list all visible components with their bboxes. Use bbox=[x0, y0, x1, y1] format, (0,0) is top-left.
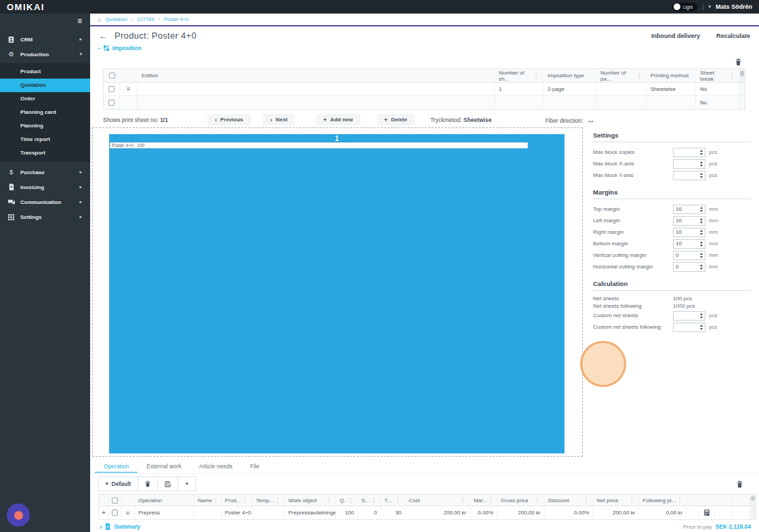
column-menu-icon[interactable]: ⋮ bbox=[212, 497, 219, 504]
step-up-icon[interactable] bbox=[700, 207, 703, 209]
column-menu-icon[interactable]: ⋮ bbox=[582, 497, 589, 504]
horizontal-cutting-input[interactable] bbox=[674, 263, 698, 271]
delete-sheet-button[interactable]: + Delete bbox=[377, 114, 415, 125]
custom-net-sheets-input[interactable] bbox=[674, 312, 698, 320]
column-header-name[interactable]: Name⋮ bbox=[194, 495, 222, 506]
max-block-copies-input[interactable] bbox=[674, 148, 698, 157]
column-header-template[interactable]: Temp...⋮ bbox=[253, 495, 285, 506]
cell-template[interactable] bbox=[253, 506, 285, 519]
scrollbar-thumb[interactable] bbox=[751, 496, 755, 501]
cell-number-of-sheets[interactable]: 1 bbox=[495, 83, 543, 95]
delete-preset-button[interactable] bbox=[138, 477, 158, 491]
step-up-icon[interactable] bbox=[700, 218, 703, 220]
column-menu-icon[interactable]: ⋮ bbox=[534, 497, 541, 504]
column-header-discount[interactable]: Discount⋮ bbox=[545, 495, 594, 506]
tab-operation[interactable]: Operation bbox=[95, 461, 138, 473]
tab-file[interactable]: File bbox=[241, 461, 268, 473]
user-name[interactable]: Mats Södrén bbox=[716, 3, 752, 10]
step-up-icon[interactable] bbox=[700, 264, 703, 266]
top-margin-input[interactable] bbox=[674, 205, 698, 213]
user-menu-caret-icon[interactable]: ▾ bbox=[708, 4, 711, 9]
column-header-gross-price[interactable]: Gross price⋮ bbox=[497, 495, 545, 506]
column-header-operation[interactable]: Operation bbox=[135, 495, 194, 506]
column-menu-icon[interactable]: ⋮ bbox=[676, 497, 683, 504]
print-sheet-canvas[interactable]: 1 Poster 4+0 - 100 bbox=[109, 134, 565, 453]
imposition-section-toggle[interactable]: › Imposition bbox=[90, 43, 759, 53]
step-up-icon[interactable] bbox=[700, 173, 703, 175]
cell-margin[interactable]: 0.00% bbox=[470, 506, 497, 519]
delete-rows-button[interactable] bbox=[735, 58, 741, 66]
column-header-number-of-pages[interactable]: Number of pa... ⋮ bbox=[596, 69, 647, 82]
step-up-icon[interactable] bbox=[700, 313, 703, 315]
preset-dropdown[interactable]: ▾ Default bbox=[99, 477, 138, 491]
column-header-cost[interactable]: Cost⋮ bbox=[405, 495, 470, 506]
column-menu-icon[interactable]: ⋮ bbox=[628, 497, 635, 504]
step-down-icon[interactable] bbox=[700, 268, 703, 270]
column-header-imposition-type[interactable]: Imposition type bbox=[543, 69, 596, 82]
column-header-sheet-break[interactable]: Sheet break ⋮ bbox=[696, 69, 739, 82]
expand-row-button[interactable]: + bbox=[102, 509, 106, 516]
left-margin-input[interactable] bbox=[674, 217, 698, 225]
column-menu-icon[interactable]: ⋮ bbox=[242, 497, 249, 504]
cell-number-of-pages[interactable] bbox=[596, 83, 647, 95]
column-menu-icon[interactable]: ⋮ bbox=[459, 497, 466, 504]
column-menu-icon[interactable]: ⋮ bbox=[325, 497, 332, 504]
recalculate-button[interactable]: Recalculate bbox=[716, 33, 750, 39]
column-menu-icon[interactable]: ⋮ bbox=[636, 73, 642, 79]
add-new-sheet-button[interactable]: + Add new bbox=[316, 114, 361, 125]
cell-printing-method[interactable] bbox=[647, 96, 696, 109]
next-sheet-button[interactable]: › Next bbox=[263, 114, 295, 125]
cell-name[interactable] bbox=[194, 506, 222, 519]
step-up-icon[interactable] bbox=[700, 241, 703, 243]
column-menu-icon[interactable]: ⋮ bbox=[274, 497, 281, 504]
sidebar-group-settings[interactable]: Settings ▸ bbox=[0, 209, 90, 224]
sidebar-group-invoicing[interactable]: Invoicing ▸ bbox=[0, 180, 90, 195]
sidebar-item-time-report[interactable]: Time report bbox=[0, 133, 90, 146]
select-all-checkbox[interactable] bbox=[109, 73, 115, 79]
sidebar-item-transport[interactable]: Transport bbox=[0, 146, 90, 160]
cell-imposition-type[interactable]: 2-page bbox=[543, 83, 596, 95]
step-up-icon[interactable] bbox=[700, 161, 703, 163]
row-checkbox[interactable] bbox=[108, 100, 115, 106]
column-header-following-price[interactable]: Following pr...⋮ bbox=[639, 495, 686, 506]
column-menu-icon[interactable]: ⋮ bbox=[729, 73, 735, 79]
save-preset-button[interactable] bbox=[158, 477, 178, 491]
right-margin-input[interactable] bbox=[674, 228, 698, 237]
sidebar-item-planning-card[interactable]: Planning card bbox=[0, 106, 90, 119]
column-header-number-of-sheets[interactable]: Number of sh... ⋮ bbox=[495, 69, 543, 82]
column-header-product[interactable]: Prod...⋮ bbox=[222, 495, 253, 506]
column-menu-icon[interactable]: ⋮ bbox=[533, 73, 539, 79]
row-checkbox[interactable] bbox=[112, 510, 118, 516]
sidebar-item-product[interactable]: Product bbox=[0, 65, 90, 79]
column-header-quantity[interactable]: Q.⋮ bbox=[336, 495, 358, 506]
cell-discount[interactable]: 0.00% bbox=[545, 506, 594, 519]
breadcrumb-quotation[interactable]: Quotation bbox=[105, 16, 127, 22]
theme-toggle[interactable]: Light bbox=[672, 3, 697, 12]
cell-operation[interactable]: Prepress bbox=[135, 506, 194, 519]
step-down-icon[interactable] bbox=[700, 210, 703, 212]
cell-number-of-pages[interactable] bbox=[596, 96, 647, 109]
cell-edition[interactable] bbox=[138, 96, 495, 109]
breadcrumb-quote-number[interactable]: 127789 bbox=[137, 16, 154, 22]
row-checkbox[interactable] bbox=[108, 86, 115, 92]
step-down-icon[interactable] bbox=[700, 165, 703, 167]
step-down-icon[interactable] bbox=[700, 328, 703, 330]
cell-t[interactable]: 30 bbox=[381, 506, 405, 519]
cell-imposition-type[interactable] bbox=[543, 96, 596, 109]
scrollbar-thumb[interactable] bbox=[740, 70, 744, 77]
step-down-icon[interactable] bbox=[700, 222, 703, 224]
cell-gross-price[interactable]: 200,00 kr bbox=[497, 506, 545, 519]
cell-cost[interactable]: 200,00 kr bbox=[405, 506, 470, 519]
sidebar-group-crm[interactable]: CRM ▸ bbox=[0, 32, 90, 47]
cell-edition[interactable] bbox=[138, 83, 495, 95]
select-all-checkbox[interactable] bbox=[112, 497, 118, 504]
step-down-icon[interactable] bbox=[700, 233, 703, 235]
column-header-net-price[interactable]: Net price⋮ bbox=[593, 495, 639, 506]
column-menu-icon[interactable]: ⋮ bbox=[394, 497, 401, 504]
summary-toggle[interactable]: Summary bbox=[114, 523, 140, 530]
column-header-edition[interactable]: Edition bbox=[138, 69, 495, 82]
max-block-y-input[interactable] bbox=[674, 171, 698, 180]
cell-printing-method[interactable]: Sheetwise bbox=[647, 83, 696, 95]
step-down-icon[interactable] bbox=[700, 153, 703, 155]
step-up-icon[interactable] bbox=[700, 150, 703, 152]
